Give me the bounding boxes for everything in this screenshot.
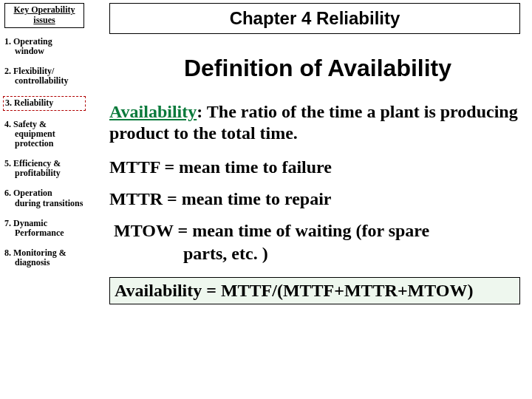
sidebar-item-first: Safety & (13, 119, 47, 129)
sidebar-item-first: Monitoring & (13, 248, 66, 258)
sidebar-item-first: Operating (13, 36, 52, 47)
sidebar-item-6: 6. Operation during transitions (4, 188, 84, 208)
sidebar-item-1: 1. Operating window (4, 37, 84, 56)
sidebar-item-num: 2. (4, 66, 11, 76)
sidebar-item-first: Dynamic (13, 218, 47, 228)
definition-paragraph: Availability: The ratio of the time a pl… (109, 101, 526, 144)
sidebar: Key Operability issues 1. Operating wind… (0, 0, 89, 399)
sidebar-item-first: Reliability (14, 98, 53, 108)
sidebar-item-rest: equipment protection (4, 129, 84, 149)
sidebar-item-first: Operation (13, 188, 52, 198)
sidebar-item-4: 4. Safety & equipment protection (4, 120, 84, 149)
sidebar-item-3-current: 3. Reliability (3, 96, 86, 110)
mttr-line: MTTR = mean time to repair (109, 189, 526, 209)
chapter-title: Chapter 4 Reliability (230, 8, 400, 28)
sidebar-item-first: Efficiency & (13, 158, 61, 168)
sidebar-title: Key Operability issues (4, 3, 84, 28)
sidebar-item-rest: profitability (4, 168, 84, 178)
page-heading: Definition of Availability (109, 55, 526, 82)
sidebar-item-2: 2. Flexibility/ controllability (4, 66, 84, 86)
sidebar-item-5: 5. Efficiency & profitability (4, 159, 84, 178)
sidebar-item-8: 8. Monitoring & diagnosis (4, 248, 84, 267)
sidebar-item-rest: diagnosis (4, 258, 84, 267)
sidebar-item-rest: during transitions (4, 199, 84, 208)
sidebar-item-num: 8. (4, 248, 11, 258)
sidebar-item-num: 3. (5, 98, 12, 108)
sidebar-item-first: Flexibility/ (13, 66, 54, 76)
mtow-line-1: MTOW = mean time of waiting (for spare (109, 221, 526, 241)
chapter-title-box: Chapter 4 Reliability (109, 3, 520, 34)
sidebar-item-7: 7. Dynamic Performance (4, 219, 84, 238)
sidebar-item-rest: window (4, 47, 84, 56)
sidebar-item-num: 5. (4, 158, 11, 168)
sidebar-item-rest: Performance (4, 228, 84, 238)
definition-term: Availability (109, 102, 197, 121)
sidebar-item-num: 7. (4, 218, 11, 228)
sidebar-item-num: 4. (4, 119, 11, 129)
sidebar-item-rest: controllability (4, 76, 84, 86)
availability-formula-box: Availability = MTTF/(MTTF+MTTR+MTOW) (109, 277, 520, 304)
sidebar-item-num: 6. (4, 188, 11, 198)
mtow-line-2: parts, etc. ) (109, 244, 526, 264)
availability-formula: Availability = MTTF/(MTTF+MTTR+MTOW) (115, 281, 473, 300)
sidebar-item-num: 1. (4, 36, 11, 47)
main-content: Chapter 4 Reliability Definition of Avai… (89, 0, 532, 399)
mttf-line: MTTF = mean time to failure (109, 157, 526, 177)
